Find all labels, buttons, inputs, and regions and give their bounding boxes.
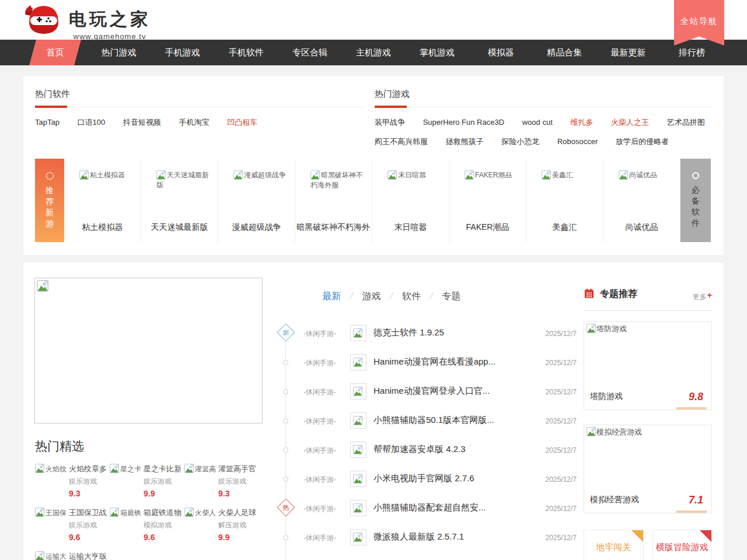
nav-item-mobile-games[interactable]: 手机游戏 (151, 40, 214, 65)
recommend-card[interactable]: FAKER潮品 FAKER潮品 (449, 159, 526, 242)
nav-item-latest-updates[interactable]: 最新更新 (596, 40, 660, 65)
news-title-link[interactable]: 小熊猫辅助器50.1版本官网版... (374, 415, 494, 426)
hot-pick-score: 9.3 (69, 489, 110, 498)
broken-image-icon (35, 508, 44, 517)
hot-pick-item[interactable]: 火柴人 火柴人足球 解压游戏 9.9 (184, 508, 259, 551)
section-underline (375, 107, 712, 107)
news-title-link[interactable]: 帮帮加速器安卓版 4.2.3 (374, 444, 466, 455)
tab-games[interactable]: 游戏 (362, 291, 381, 301)
news-date: 2025/12/7 (546, 446, 577, 454)
nav-item-hot-games[interactable]: 热门游戏 (87, 40, 151, 65)
news-tabs: 最新/游戏/软件/专题 (322, 290, 460, 303)
hot-games-link-highlighted[interactable]: 维扎多 (570, 118, 593, 127)
news-title-link[interactable]: Hanime动漫官网在线看漫app... (374, 356, 495, 368)
nav-item-rankings[interactable]: 排行榜 (660, 40, 724, 65)
hot-games-link[interactable]: Robosoccer (557, 137, 598, 146)
site-navigation-ribbon[interactable]: 全站导航 (674, 0, 724, 46)
hot-pick-title: 箱庭铁道物 (144, 508, 183, 518)
hot-games-section: 热门游戏 装甲战争 SuperHero Fun Race3D wood cut … (375, 89, 712, 147)
nav-item-zone-collections[interactable]: 专区合辑 (278, 40, 341, 65)
recommend-card[interactable]: 末日喧嚣 末日喧嚣 (372, 159, 449, 242)
timeline-dot (283, 360, 288, 365)
hot-software-link[interactable]: 口语100 (78, 118, 106, 127)
recommend-card-name: 漫威超级战争 (219, 222, 294, 233)
news-title-link[interactable]: 微派狼人最新版 2.5.7.1 (374, 531, 464, 542)
broken-image-icon (110, 508, 119, 517)
news-thumbnail (350, 471, 366, 487)
hot-games-link[interactable]: 放学后的侵略者 (616, 137, 669, 146)
recommend-strip: 推荐新游 粘土模拟器 粘土模拟器 天天迷城最新版 天天迷城最新版 漫威超级战争 … (35, 159, 711, 242)
recommend-card[interactable]: 暗黑破坏神不朽海外服 暗黑破坏神不朽海外服 (295, 159, 372, 242)
tab-essential-software[interactable]: 必备软件 (680, 159, 711, 242)
broken-image-alt: 星之卡 (120, 465, 141, 473)
broken-image-alt: FAKER潮品 (475, 171, 512, 179)
hot-software-link[interactable]: 手机淘宝 (179, 118, 210, 127)
hot-pick-item[interactable]: 火焰纹 火焰纹章多 娱乐游戏 9.3 (35, 464, 110, 508)
recommend-card[interactable]: 天天迷城最新版 天天迷城最新版 (141, 159, 218, 242)
recommend-card-name: 暗黑破坏神不朽海外服 (296, 222, 371, 233)
news-title-link[interactable]: 德克士软件 1.9.25 (374, 327, 444, 338)
more-link[interactable]: 更多+ (693, 290, 712, 302)
broken-image-icon (233, 170, 243, 180)
timeline-dot (283, 477, 288, 482)
news-item: -休闲手游- 小米电视助手官网版 2.7.6 2025/12/7 (268, 464, 601, 494)
timeline-dot (283, 535, 288, 540)
nav-item-mobile-software[interactable]: 手机软件 (214, 40, 278, 65)
topic-tag-dungeon[interactable]: 地牢闯关 (584, 530, 644, 560)
broken-image-alt: 末日喧嚣 (398, 171, 426, 179)
news-title-link[interactable]: 小米电视助手官网版 2.7.6 (374, 473, 474, 484)
broken-image-icon (353, 533, 362, 542)
topic-section-title: 专题推荐 (600, 289, 637, 299)
news-date: 2025/12/7 (546, 534, 577, 542)
hot-games-link[interactable]: 艺术品拼图 (667, 118, 705, 127)
recommend-card-name: 尚诚优品 (605, 222, 679, 233)
tab-software[interactable]: 软件 (402, 291, 421, 301)
hot-pick-item[interactable]: 灌篮高 灌篮高手官 娱乐游戏 9.3 (184, 464, 259, 508)
hot-software-link[interactable]: TapTap (35, 118, 60, 127)
hot-games-link[interactable]: 探险小恐龙 (501, 137, 539, 146)
tab-recommended-new-games[interactable]: 推荐新游 (35, 159, 64, 242)
hot-software-link-highlighted[interactable]: 凹凸租车 (227, 118, 257, 127)
topic-card[interactable]: 塔防游戏 塔防游戏 9.8 (584, 321, 712, 410)
nav-item-emulators[interactable]: 模拟器 (469, 40, 533, 65)
hot-pick-category: 模拟游戏 (144, 520, 184, 530)
news-date: 2025/12/7 (546, 330, 577, 338)
hot-software-link[interactable]: 抖音短视频 (123, 118, 161, 127)
news-title-link[interactable]: 小熊猫辅助器配套超自然安... (374, 502, 486, 513)
tab-latest[interactable]: 最新 (322, 291, 341, 301)
broken-image-icon (79, 170, 89, 180)
tab-topics[interactable]: 专题 (442, 291, 460, 301)
topic-card[interactable]: 模拟经营游戏 模拟经营游戏 7.1 (584, 425, 712, 513)
site-logo[interactable]: 电玩之家 www.gamehome.tv (25, 3, 151, 41)
hot-pick-item[interactable]: 王国保 王国保卫战 娱乐游戏 9.6 (35, 508, 110, 551)
featured-banner[interactable] (34, 278, 263, 424)
gamepad-mascot-icon (25, 3, 63, 37)
hot-pick-item[interactable]: 星之卡 星之卡比新 娱乐游戏 9.9 (110, 464, 184, 508)
hot-pick-item[interactable]: 运输大 运输大亨版 (35, 551, 110, 560)
hot-games-link[interactable]: wood cut (522, 118, 553, 127)
nav-item-console-games[interactable]: 主机游戏 (341, 40, 405, 65)
hot-pick-item[interactable]: 箱庭铁 箱庭铁道物 模拟游戏 9.6 (110, 508, 184, 551)
hot-games-link[interactable]: 阎王不高兴韩服 (375, 137, 428, 146)
news-category: -休闲手游- (303, 416, 336, 426)
hot-games-link[interactable]: 装甲战争 (375, 118, 405, 127)
news-title-link[interactable]: Hanime动漫官网登录入口官... (374, 386, 490, 397)
site-header: 电玩之家 www.gamehome.tv 全站导航 (0, 0, 747, 40)
hot-games-link-highlighted[interactable]: 火柴人之王 (611, 118, 649, 127)
recommend-card[interactable]: 美鑫汇 美鑫汇 (526, 159, 603, 242)
hot-games-link[interactable]: SuperHero Fun Race3D (423, 118, 504, 127)
topic-tag-platformer[interactable]: 横版冒险游戏 (652, 530, 713, 560)
hot-pick-score: 9.9 (144, 489, 184, 498)
recommend-card[interactable]: 粘土模拟器 粘土模拟器 (64, 159, 141, 242)
nav-item-premium-collections[interactable]: 精品合集 (533, 40, 596, 65)
hot-pick-score: 9.6 (144, 533, 184, 542)
hot-pick-category: 娱乐游戏 (218, 477, 259, 487)
news-category: -休闲手游- (303, 358, 336, 368)
timeline-dot (283, 389, 288, 394)
hot-games-link[interactable]: 拯救熊孩子 (446, 137, 484, 146)
nav-item-handheld-games[interactable]: 掌机游戏 (406, 40, 469, 65)
recommend-card[interactable]: 漫威超级战争 漫威超级战争 (218, 159, 295, 242)
nav-item-home[interactable]: 首页 (23, 40, 87, 65)
hot-software-section: 热门软件 TapTap 口语100 抖音短视频 手机淘宝 凹凸租车 (35, 89, 365, 128)
recommend-card[interactable]: 尚诚优品 尚诚优品 (603, 159, 680, 242)
